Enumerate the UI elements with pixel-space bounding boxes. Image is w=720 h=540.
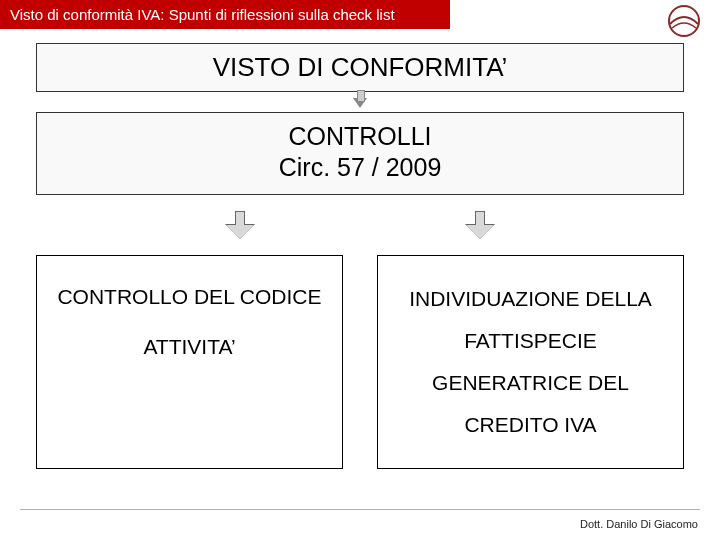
controls-line1: CONTROLLI	[37, 121, 683, 152]
logo	[662, 4, 706, 38]
footer-rule	[20, 509, 700, 510]
arrow-row	[0, 211, 720, 241]
right-box: INDIVIDUAZIONE DELLA FATTISPECIE GENERAT…	[377, 255, 684, 469]
footer-author: Dott. Danilo Di Giacomo	[580, 518, 698, 530]
left-line1: CONTROLLO DEL CODICE	[47, 272, 332, 322]
main-title: VISTO DI CONFORMITA’	[213, 52, 508, 82]
right-line3: GENERATRICE DEL	[388, 362, 673, 404]
controls-line2: Circ. 57 / 2009	[37, 152, 683, 183]
arrow-down-right-icon	[466, 211, 494, 241]
left-box: CONTROLLO DEL CODICE ATTIVITA’	[36, 255, 343, 469]
right-line4: CREDITO IVA	[388, 404, 673, 446]
arrow-down-icon	[353, 98, 367, 108]
right-line1: INDIVIDUAZIONE DELLA	[388, 278, 673, 320]
header-title: Visto di conformità IVA: Spunti di rifle…	[10, 6, 395, 23]
controls-box: CONTROLLI Circ. 57 / 2009	[36, 112, 684, 195]
header-bar: Visto di conformità IVA: Spunti di rifle…	[0, 0, 450, 29]
right-line2: FATTISPECIE	[388, 320, 673, 362]
main-title-box: VISTO DI CONFORMITA’	[36, 43, 684, 92]
arrow-down-left-icon	[226, 211, 254, 241]
columns: CONTROLLO DEL CODICE ATTIVITA’ INDIVIDUA…	[36, 255, 684, 469]
left-line2: ATTIVITA’	[47, 322, 332, 372]
